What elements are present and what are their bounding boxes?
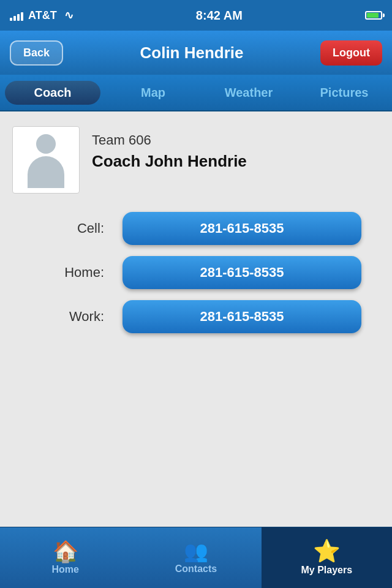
work-phone-button[interactable]: 281-615-8535 <box>123 300 361 333</box>
coach-card: Team 606 Coach John Hendrie <box>12 126 380 194</box>
team-name: Team 606 <box>92 132 247 148</box>
back-button[interactable]: Back <box>10 40 63 66</box>
signal-icon <box>10 10 23 21</box>
star-icon: ⭐ <box>313 540 341 562</box>
cell-phone-button[interactable]: 281-615-8535 <box>123 212 361 245</box>
status-bar: AT&T ∿ 8:42 AM <box>0 0 392 31</box>
tab-pictures[interactable]: Pictures <box>296 76 392 110</box>
coach-info: Team 606 Coach John Hendrie <box>92 126 247 171</box>
bottom-tab-bar: 🏠 Home 👥 Contacts ⭐ My Players <box>0 527 392 588</box>
main-content: Team 606 Coach John Hendrie Cell: 281-61… <box>0 111 392 539</box>
status-right <box>365 11 382 20</box>
cell-row: Cell: 281-615-8535 <box>12 212 380 245</box>
status-left: AT&T ∿ <box>10 9 74 22</box>
logout-button[interactable]: Logout <box>320 40 382 66</box>
home-row: Home: 281-615-8535 <box>12 256 380 289</box>
coach-name: Coach John Hendrie <box>92 152 247 171</box>
work-label: Work: <box>31 309 104 325</box>
avatar-head <box>36 134 56 154</box>
tab-map[interactable]: Map <box>105 76 201 110</box>
avatar <box>12 126 80 194</box>
contacts-tab-label: Contacts <box>175 564 217 575</box>
carrier-label: AT&T <box>28 9 57 22</box>
cell-label: Cell: <box>31 221 104 236</box>
bottom-tab-my-players[interactable]: ⭐ My Players <box>262 527 392 588</box>
home-icon: 🏠 <box>53 541 78 562</box>
home-phone-button[interactable]: 281-615-8535 <box>123 256 361 289</box>
bottom-tab-contacts[interactable]: 👥 Contacts <box>130 527 261 588</box>
bottom-tab-home[interactable]: 🏠 Home <box>0 527 130 588</box>
top-tab-bar: Coach Map Weather Pictures <box>0 75 392 111</box>
avatar-body <box>28 156 64 188</box>
battery-icon <box>365 11 382 20</box>
header-title: Colin Hendrie <box>63 43 320 62</box>
tab-weather[interactable]: Weather <box>201 76 296 110</box>
phone-section: Cell: 281-615-8535 Home: 281-615-8535 Wo… <box>12 212 380 333</box>
status-time: 8:42 AM <box>196 9 243 23</box>
avatar-silhouette <box>24 134 67 186</box>
work-row: Work: 281-615-8535 <box>12 300 380 333</box>
contacts-icon: 👥 <box>184 541 208 561</box>
home-tab-label: Home <box>51 564 78 575</box>
tab-coach[interactable]: Coach <box>5 81 100 105</box>
my-players-tab-label: My Players <box>301 565 353 576</box>
header: Back Colin Hendrie Logout <box>0 31 392 75</box>
wifi-icon: ∿ <box>64 9 74 22</box>
battery-fill <box>367 13 379 18</box>
home-label: Home: <box>31 265 104 281</box>
